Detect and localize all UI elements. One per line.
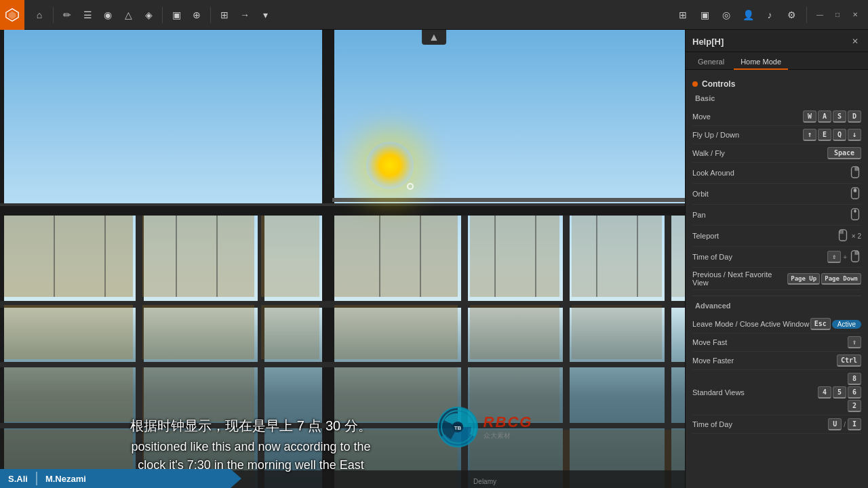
toolbar-shape[interactable]: △ — [119, 5, 138, 24]
toolbar-draw[interactable]: ✏ — [58, 5, 77, 24]
key-6: 6 — [848, 386, 861, 399]
control-leave-keys: Esc Active — [810, 318, 861, 330]
control-walk-keys: Space — [827, 147, 861, 159]
minimize-button[interactable]: — — [812, 7, 827, 22]
svg-rect-28 — [334, 305, 458, 359]
x2-label: × 2 — [852, 232, 861, 240]
control-fav-label: Previous / Next Favorite View — [692, 270, 787, 287]
svg-rect-53 — [855, 167, 859, 171]
svg-rect-29 — [470, 305, 559, 359]
toolbar-grid[interactable]: ▣ — [167, 5, 186, 24]
toolbar-more[interactable]: ▾ — [256, 5, 275, 24]
slash-sep: / — [844, 421, 846, 428]
control-move: Move W A S D — [692, 108, 861, 126]
cursor — [407, 183, 414, 190]
toolbar-icons: ⌂ ✏ ☰ ◉ △ ◈ ▣ ⊕ ⊞ → ▾ — [24, 5, 280, 24]
control-walk-fly: Walk / Fly Space — [692, 144, 861, 163]
tab-home-mode[interactable]: Home Mode — [734, 55, 788, 70]
svg-rect-7 — [0, 205, 685, 216]
toolbar-list[interactable]: ☰ — [78, 5, 97, 24]
section-controls: Controls — [692, 79, 861, 89]
key-u: U — [828, 418, 842, 430]
control-move-label: Move — [692, 113, 803, 121]
control-fly-label: Fly Up / Down — [692, 131, 803, 139]
key-w: W — [803, 110, 816, 123]
key-i: I — [848, 418, 861, 430]
control-standard-label: Standard Views — [692, 388, 818, 396]
key-esc: Esc — [810, 318, 831, 330]
control-orbit-keys — [849, 186, 861, 201]
key-space: Space — [827, 147, 861, 159]
toolbar-view[interactable]: ◉ — [98, 5, 117, 24]
control-teleport-label: Teleport — [692, 232, 837, 240]
toolbar-render[interactable]: ◎ — [717, 5, 736, 24]
svg-rect-25 — [470, 216, 559, 297]
toolbar-panels[interactable]: ⊞ — [673, 5, 692, 24]
tab-general[interactable]: General — [691, 55, 731, 70]
control-time-of-day: Time of Day ⇧ + — [692, 247, 861, 268]
sep4 — [806, 7, 807, 23]
toolbar: ⌂ ✏ ☰ ◉ △ ◈ ▣ ⊕ ⊞ → ▾ ⊞ ▣ ◎ 👤 ♪ ⚙ — □ ✕ — [0, 0, 868, 30]
control-time-keys: ⇧ + — [827, 249, 861, 264]
control-leave-label: Leave Mode / Close Active Window — [692, 320, 810, 328]
toolbar-user[interactable]: 👤 — [738, 5, 757, 24]
control-faster-keys: Ctrl — [837, 354, 861, 367]
svg-rect-57 — [854, 189, 856, 192]
subsection-advanced: Advanced — [692, 302, 861, 310]
key-s: S — [833, 110, 846, 123]
collapse-arrow[interactable]: ▲ — [422, 30, 446, 45]
key-d: D — [848, 110, 861, 123]
svg-rect-19 — [261, 305, 319, 359]
help-tabs: General Home Mode — [686, 52, 868, 70]
author-name1: S.Ali — [0, 474, 36, 484]
control-pan: Pan — [692, 205, 861, 226]
toolbar-arrow[interactable]: → — [235, 5, 254, 24]
help-content: Controls Basic Move W A S D Fly Up / Dow… — [686, 70, 868, 488]
watermark-logo: TB — [437, 407, 478, 447]
control-standard-keys: 8 4 5 6 2 — [818, 373, 861, 412]
app-icon[interactable] — [0, 0, 24, 30]
svg-rect-24 — [334, 216, 458, 297]
control-time2-keys: U / I — [828, 418, 861, 430]
mouse-middle-move — [849, 207, 861, 222]
close-button[interactable]: ✕ — [848, 7, 863, 22]
key-5: 5 — [833, 386, 846, 399]
bottom-bar: S.Ali M.Nezami — [0, 469, 231, 488]
control-pan-label: Pan — [692, 211, 849, 219]
maximize-button[interactable]: □ — [830, 7, 845, 22]
bar-triangle — [231, 469, 241, 488]
mouse-right-btn — [849, 165, 861, 180]
section-controls-label: Controls — [702, 79, 735, 89]
key-page-down: Page Down — [821, 273, 861, 285]
key-down: ↓ — [848, 129, 861, 141]
control-faster-label: Move Faster — [692, 357, 837, 365]
svg-point-60 — [854, 210, 856, 213]
toolbar-settings[interactable]: ⚙ — [782, 5, 801, 24]
sun — [366, 142, 414, 189]
svg-text:TB: TB — [454, 425, 461, 431]
delamy-label: Delamy — [473, 478, 496, 485]
control-look-keys — [849, 165, 861, 180]
toolbar-audio[interactable]: ♪ — [760, 5, 779, 24]
svg-rect-27 — [671, 216, 685, 297]
watermark: TB RBCG 众大素材 — [285, 407, 685, 447]
toolbar-measure[interactable]: ◈ — [139, 5, 158, 24]
svg-rect-20 — [4, 367, 133, 422]
svg-rect-46 — [332, 198, 685, 202]
svg-rect-35 — [0, 203, 685, 206]
help-close-button[interactable]: ✕ — [849, 35, 861, 47]
mouse-double-click — [837, 228, 849, 243]
control-move-keys: W A S D — [803, 110, 861, 123]
watermark-sub: 众大素材 — [484, 431, 533, 441]
section-dot — [692, 81, 698, 87]
mouse-middle-btn — [849, 186, 861, 201]
svg-rect-10 — [0, 362, 339, 367]
help-header: Help[H] ✕ — [686, 30, 868, 52]
sep3 — [210, 7, 211, 23]
toolbar-home[interactable]: ⌂ — [30, 5, 49, 24]
toolbar-views[interactable]: ▣ — [695, 5, 714, 24]
control-pan-keys — [849, 207, 861, 222]
toolbar-edit[interactable]: ⊞ — [215, 5, 234, 24]
toolbar-right: ⊞ ▣ ◎ 👤 ♪ ⚙ — □ ✕ — [673, 5, 868, 24]
toolbar-camera[interactable]: ⊕ — [187, 5, 206, 24]
